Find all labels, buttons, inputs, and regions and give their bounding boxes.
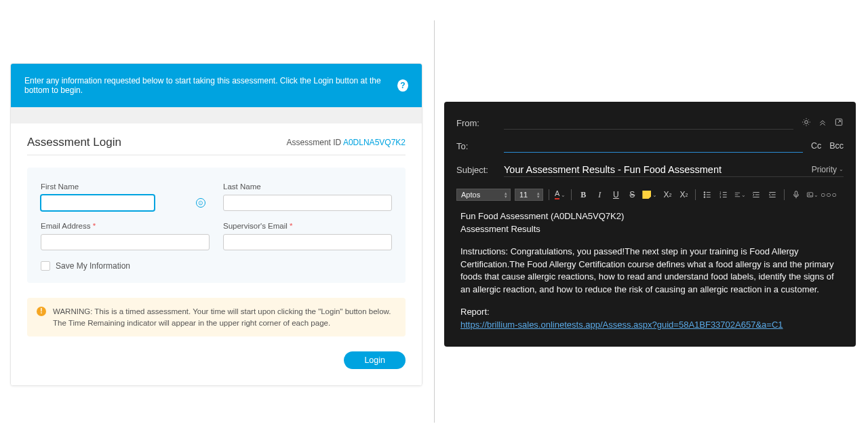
- report-label: Report:: [460, 306, 844, 319]
- email-label: Email Address *: [41, 222, 210, 230]
- svg-point-4: [704, 197, 705, 198]
- bcc-button[interactable]: Bcc: [829, 141, 844, 151]
- subject-value: Your Assessment Results - Fun Food Asses…: [504, 164, 722, 175]
- bullet-list-button[interactable]: [701, 189, 713, 201]
- email-compose: From: To: Cc Bcc: [444, 102, 856, 347]
- banner-strip: [11, 107, 422, 123]
- assessment-login-card: Enter any information requested below to…: [10, 63, 422, 386]
- popout-icon[interactable]: [834, 117, 844, 129]
- help-icon[interactable]: ?: [397, 79, 408, 92]
- body-instructions: Instructions: Congratulations, you passe…: [460, 246, 844, 296]
- assessment-id: Assessment ID A0DLNA5VQ7K2: [287, 138, 406, 147]
- divider: [27, 155, 406, 155]
- svg-rect-8: [795, 191, 798, 195]
- image-icon[interactable]: ⌄: [806, 189, 818, 201]
- priority-dropdown[interactable]: Priority⌄: [812, 165, 844, 174]
- indent-button[interactable]: [750, 189, 762, 201]
- to-label: To:: [456, 141, 496, 151]
- subscript-button[interactable]: X2: [677, 189, 690, 201]
- supervisor-email-label: Supervisor's Email *: [223, 222, 392, 230]
- key-icon: ⊙: [196, 198, 205, 208]
- svg-point-3: [704, 194, 705, 195]
- cc-button[interactable]: Cc: [811, 141, 821, 151]
- font-family-select[interactable]: Aptos ▴▾: [456, 189, 511, 201]
- numbered-list-button[interactable]: 123: [717, 189, 730, 201]
- subject-label: Subject:: [456, 165, 496, 175]
- report-link[interactable]: https://brillium-sales.onlinetests.app/A…: [460, 320, 783, 330]
- italic-button[interactable]: I: [593, 189, 606, 201]
- page-title: Assessment Login: [27, 136, 121, 149]
- underline-button[interactable]: U: [610, 189, 622, 201]
- align-button[interactable]: ⌄: [734, 189, 746, 201]
- save-info-label: Save My Information: [56, 261, 130, 271]
- svg-text:3: 3: [720, 196, 722, 199]
- warning-text: WARNING: This is a timed assessment. You…: [53, 306, 396, 328]
- last-name-input[interactable]: [223, 195, 392, 211]
- first-name-label: First Name: [41, 182, 210, 191]
- svg-point-10: [809, 193, 810, 194]
- warning-box: ! WARNING: This is a timed assessment. Y…: [27, 298, 406, 336]
- mic-icon[interactable]: [790, 189, 802, 201]
- subject-field[interactable]: Your Assessment Results - Fun Food Asses…: [504, 162, 844, 177]
- body-line2: Assessment Results: [460, 223, 844, 236]
- last-name-label: Last Name: [223, 182, 392, 191]
- theme-icon[interactable]: [802, 117, 811, 129]
- font-size-select[interactable]: 11 ▴▾: [515, 189, 543, 201]
- from-label: From:: [456, 118, 496, 128]
- info-banner-text: Enter any information requested below to…: [24, 76, 397, 95]
- more-button[interactable]: ○○○: [823, 189, 835, 201]
- login-button[interactable]: Login: [344, 351, 406, 369]
- collapse-icon[interactable]: [818, 117, 827, 129]
- svg-point-0: [805, 120, 808, 123]
- font-color-button[interactable]: A⌄: [555, 190, 566, 199]
- email-body[interactable]: Fun Food Assessment (A0DLNA5VQ7K2) Asses…: [456, 206, 844, 332]
- info-banner: Enter any information requested below to…: [11, 64, 422, 107]
- bold-button[interactable]: B: [577, 189, 589, 201]
- email-input[interactable]: [41, 234, 210, 250]
- highlight-button[interactable]: ⌄: [642, 191, 657, 199]
- first-name-input[interactable]: [41, 195, 155, 211]
- warning-icon: !: [37, 307, 46, 316]
- supervisor-email-input[interactable]: [223, 234, 392, 250]
- to-field[interactable]: [504, 139, 803, 153]
- assessment-id-value: A0DLNA5VQ7K2: [343, 138, 406, 147]
- login-form: First Name ⊙ Last Name: [27, 168, 406, 283]
- from-field[interactable]: [504, 116, 793, 130]
- save-info-checkbox[interactable]: [41, 261, 50, 271]
- outdent-button[interactable]: [766, 189, 778, 201]
- strikethrough-button[interactable]: S: [626, 189, 638, 201]
- superscript-button[interactable]: X2: [661, 189, 673, 201]
- body-line1: Fun Food Assessment (A0DLNA5VQ7K2): [460, 210, 844, 223]
- format-toolbar: Aptos ▴▾ 11 ▴▾ A⌄ B I U S ⌄ X: [456, 182, 844, 206]
- svg-point-2: [704, 192, 705, 193]
